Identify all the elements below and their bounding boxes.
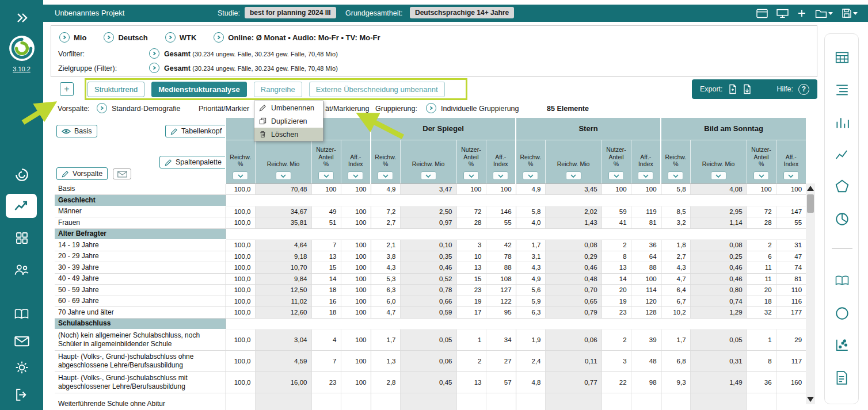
vorfilter-value: Gesamt (30.234 ungew. Fälle, 30.234 gew.…: [164, 50, 338, 58]
value-cell: 11: [747, 273, 776, 285]
version-link[interactable]: 3.10.2: [0, 66, 43, 72]
column-group-header: Bild am Sonntag: [661, 118, 806, 140]
setting-chip-mio[interactable]: Mio: [59, 32, 86, 43]
value-cell: [255, 393, 311, 410]
column-metric-label: Nutzer- Anteil %: [748, 146, 775, 167]
chevron-right-icon[interactable]: [149, 63, 159, 73]
value-cell: 2,50: [400, 206, 456, 217]
menu-item-umbenennen[interactable]: Umbenennen: [254, 101, 323, 114]
value-cell: 0,05: [690, 329, 747, 351]
gear-icon[interactable]: [0, 359, 43, 375]
setting-chip-wtk[interactable]: WTK: [165, 32, 197, 43]
study-badge: best for planning 2024 III: [245, 7, 336, 18]
scatter-icon[interactable]: [835, 338, 850, 352]
column-options-button[interactable]: [233, 171, 248, 180]
row-label: 70 Jahre und älter: [55, 307, 226, 319]
book-icon[interactable]: [0, 306, 43, 322]
value-cell: 6,7: [661, 296, 690, 307]
people-icon[interactable]: [0, 262, 43, 278]
column-options-button[interactable]: [711, 171, 726, 180]
line-chart-icon[interactable]: [835, 147, 850, 162]
scroll-up-arrow[interactable]: [807, 186, 814, 191]
value-cell: 3,1: [516, 251, 545, 262]
column-options-button[interactable]: [378, 171, 393, 180]
column-options-button[interactable]: [276, 171, 291, 180]
trend-chart-icon[interactable]: [6, 194, 37, 218]
row-label: 14 - 19 Jahre: [55, 240, 226, 251]
export-file-alt-icon[interactable]: [743, 84, 752, 94]
column-options-button[interactable]: [753, 171, 769, 180]
value-cell: [776, 393, 806, 410]
panel-icon[interactable]: [756, 9, 768, 18]
chevron-right-icon: [104, 32, 114, 43]
column-options-button[interactable]: [566, 171, 581, 180]
menu-item-löschen[interactable]: Löschen: [254, 128, 323, 141]
cast-icon[interactable]: [776, 9, 789, 18]
chevron-right-icon[interactable]: [97, 103, 107, 113]
book-icon[interactable]: [835, 274, 850, 289]
settings-panel: MioDeutschWTK Online: Ø Monat • Audio: M…: [51, 25, 817, 77]
setting-chip-deutsch[interactable]: Deutsch: [104, 32, 147, 43]
vertical-scrollbar[interactable]: [806, 183, 815, 404]
expand-icon[interactable]: [0, 10, 43, 25]
table-icon[interactable]: [835, 50, 850, 65]
add-tab-button[interactable]: +: [60, 82, 74, 96]
column-header: Reichw. Mio: [255, 140, 311, 183]
menu-item-duplizieren[interactable]: Duplizieren: [254, 114, 323, 128]
value-cell: 3,2: [661, 217, 690, 229]
value-cell: 6,3: [516, 307, 545, 319]
value-cell: 100: [747, 183, 776, 195]
bar-chart-icon[interactable]: [835, 116, 850, 131]
column-options-button[interactable]: [783, 171, 799, 180]
column-options-button[interactable]: [493, 171, 508, 180]
column-header: Aff.- Index: [486, 140, 516, 183]
value-cell: 15: [456, 273, 486, 285]
value-cell: 1,43: [545, 217, 601, 229]
scroll-down-arrow[interactable]: [807, 397, 814, 402]
tab-rangreihe[interactable]: Rangreihe: [254, 82, 302, 97]
folder-open-icon[interactable]: [815, 9, 833, 18]
save-icon[interactable]: [842, 8, 858, 18]
tab-strukturtrend[interactable]: Strukturtrend: [87, 82, 144, 97]
exit-icon[interactable]: [0, 386, 43, 403]
table-row: Männer100,034,67491007,22,50721465,82,02…: [55, 206, 806, 217]
value-cell: 146: [486, 206, 516, 217]
column-options-button[interactable]: [318, 171, 334, 180]
report-icon[interactable]: [835, 370, 850, 385]
export-file-icon[interactable]: [728, 84, 737, 94]
column-options-button[interactable]: [463, 171, 479, 180]
pie-chart-icon[interactable]: [835, 212, 850, 227]
radar-icon[interactable]: [835, 179, 850, 194]
value-cell: 100,0: [226, 307, 255, 319]
value-cell: 29: [776, 329, 806, 351]
rings-chart-icon[interactable]: [0, 167, 43, 183]
column-header: Reichw. Mio: [400, 140, 456, 183]
circle-icon[interactable]: [835, 306, 850, 321]
column-options-button[interactable]: [421, 171, 436, 180]
value-cell: 7,2: [371, 206, 400, 217]
add-icon[interactable]: [797, 9, 806, 18]
value-cell: 100: [341, 307, 371, 319]
media-summary-chip[interactable]: Online: Ø Monat • Audio: Mo-Fr • TV: Mo-…: [214, 32, 380, 43]
value-cell: 127: [486, 285, 516, 296]
value-cell: 2,95: [690, 206, 747, 217]
column-options-button[interactable]: [668, 171, 683, 180]
column-options-button[interactable]: [348, 171, 363, 180]
column-options-button[interactable]: [638, 171, 653, 180]
chevron-right-icon[interactable]: [426, 103, 436, 113]
grid-icon[interactable]: [0, 230, 43, 246]
rows-icon[interactable]: [835, 82, 850, 97]
column-options-button[interactable]: [523, 171, 538, 180]
section-row: Alter Befragter: [55, 228, 806, 240]
help-icon[interactable]: ?: [798, 84, 809, 95]
column-options-button[interactable]: [608, 171, 624, 180]
chevron-right-icon[interactable]: [149, 48, 159, 59]
section-filler: [226, 195, 806, 206]
tab-medienstrukturanalyse[interactable]: Medienstrukturanalyse: [151, 82, 247, 97]
mail-icon[interactable]: [0, 333, 43, 349]
value-cell: 36: [747, 372, 776, 393]
value-cell: 0,35: [400, 251, 456, 262]
vorfilter-label: Vorfilter:: [58, 50, 85, 58]
scrollbar-thumb[interactable]: [807, 194, 814, 213]
tab-externe-überschneidung-umbenannt[interactable]: Externe Überschneidung umbenannt: [309, 82, 445, 97]
